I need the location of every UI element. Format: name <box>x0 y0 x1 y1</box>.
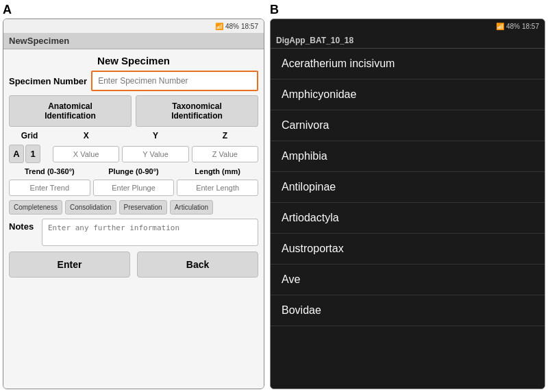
plunge-label: Plunge (0-90°) <box>93 167 175 175</box>
panel-a: A 📶 48% 18:57 NewSpecimen New Specimen S… <box>0 0 267 392</box>
articulation-button[interactable]: Articulation <box>170 200 213 215</box>
grid-cell-a: A <box>9 145 24 163</box>
panel-b-label: B <box>270 3 545 17</box>
notes-input[interactable] <box>42 219 258 246</box>
panel-a-label: A <box>3 3 264 17</box>
list-item[interactable]: Carnivora <box>271 110 545 141</box>
consolidation-button[interactable]: Consolidation <box>65 200 116 215</box>
length-label: Length (mm) <box>177 167 258 175</box>
tpl-header: Trend (0-360°) Plunge (0-90°) Length (mm… <box>9 167 258 175</box>
list-item[interactable]: Bovidae <box>271 295 545 326</box>
back-button[interactable]: Back <box>137 252 258 278</box>
specimen-number-input[interactable] <box>91 71 258 91</box>
y-col-header: Y <box>122 131 188 140</box>
battery-b: 48% <box>506 23 520 30</box>
app-title-b: DigApp_BAT_10_18 <box>271 33 545 49</box>
trend-label: Trend (0-360°) <box>9 167 90 175</box>
list-item[interactable]: Amphicyonidae <box>271 79 545 110</box>
panel-b: B 📶 48% 18:57 DigApp_BAT_10_18 Acerather… <box>267 0 548 392</box>
list-item[interactable]: Artiodactyla <box>271 203 545 234</box>
y-value-input[interactable] <box>122 146 188 162</box>
enter-button[interactable]: Enter <box>9 252 130 278</box>
status-bar-b: 📶 48% 18:57 <box>271 19 545 33</box>
taxonomical-identification-button[interactable]: TaxonomicalIdentification <box>136 95 258 127</box>
notes-row: Notes <box>9 219 258 246</box>
preservation-button[interactable]: Preservation <box>119 200 167 215</box>
x-value-input[interactable] <box>53 146 119 162</box>
list-item[interactable]: Antilopinae <box>271 172 545 203</box>
plunge-input[interactable] <box>93 180 175 196</box>
list-item[interactable]: Ave <box>271 265 545 295</box>
list-item[interactable]: Austroportax <box>271 234 545 265</box>
grid-col-header: Grid <box>9 131 50 140</box>
tpl-inputs <box>9 180 258 196</box>
trend-input[interactable] <box>9 180 90 196</box>
grid-header: Grid X Y Z <box>9 131 258 140</box>
phone-b: 📶 48% 18:57 DigApp_BAT_10_18 Aceratheriu… <box>270 19 545 389</box>
signal-icon-b: 📶 <box>496 23 504 30</box>
list-content-b: Aceratherium incisivumAmphicyonidaeCarni… <box>271 49 545 389</box>
x-col-header: X <box>53 131 119 140</box>
grid-row: A 1 <box>9 145 258 163</box>
form-title: New Specimen <box>9 55 258 66</box>
time-b: 18:57 <box>522 23 539 30</box>
id-buttons: AnatomicalIdentification TaxonomicalIden… <box>9 95 258 127</box>
completeness-button[interactable]: Completeness <box>9 200 62 215</box>
bottom-buttons: Enter Back <box>9 252 258 278</box>
anatomical-identification-button[interactable]: AnatomicalIdentification <box>9 95 132 127</box>
specimen-row: Specimen Number <box>9 71 258 91</box>
app-title-a: NewSpecimen <box>3 33 264 49</box>
form-content-a: New Specimen Specimen Number AnatomicalI… <box>3 49 264 389</box>
phone-a: 📶 48% 18:57 NewSpecimen New Specimen Spe… <box>3 19 264 389</box>
time-a: 18:57 <box>241 23 258 30</box>
battery-a: 48% <box>225 23 239 30</box>
z-col-header: Z <box>192 131 258 140</box>
specimen-label: Specimen Number <box>9 76 87 86</box>
length-input[interactable] <box>177 180 258 196</box>
notes-label: Notes <box>9 219 38 232</box>
grid-cell-ab: A 1 <box>9 145 50 163</box>
status-bar-a: 📶 48% 18:57 <box>3 19 264 33</box>
list-item[interactable]: Amphibia <box>271 141 545 172</box>
tag-buttons: Completeness Consolidation Preservation … <box>9 200 258 215</box>
list-item[interactable]: Aceratherium incisivum <box>271 49 545 79</box>
z-value-input[interactable] <box>192 146 258 162</box>
signal-icon-a: 📶 <box>215 23 223 30</box>
status-bar-right-a: 📶 48% 18:57 <box>215 23 258 30</box>
grid-cell-1: 1 <box>25 145 40 163</box>
